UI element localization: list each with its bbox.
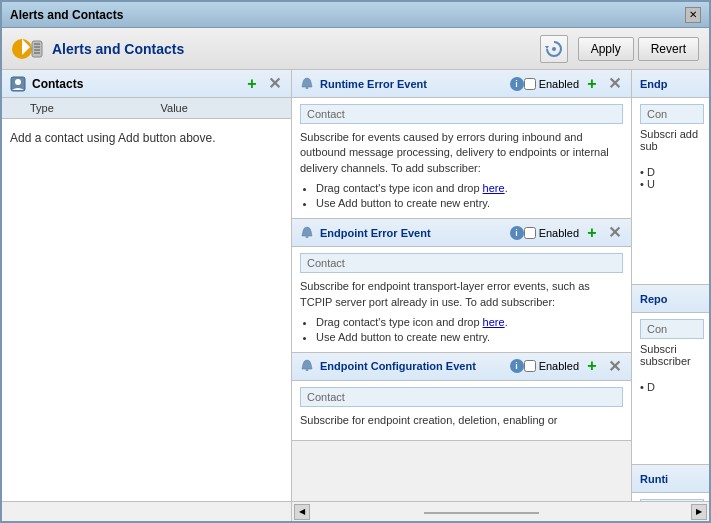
endpoint-config-checkbox[interactable] [524,360,536,372]
contacts-header: Contacts + ✕ [2,70,291,98]
endpoint-error-remove-button[interactable]: ✕ [605,224,623,242]
endpoint-error-info-icon[interactable]: i [510,226,524,240]
endp-partial-card: Endp Con Subscri add sub • D • U [632,70,709,285]
runtime-error-title: Runtime Error Event [320,78,506,90]
endpoint-config-enabled[interactable]: Enabled [524,360,579,372]
revert-button[interactable]: Revert [638,37,699,61]
toolbar-icon [12,33,44,65]
contacts-scrollbar-area [2,502,292,521]
runtime-error-here-link[interactable]: here [483,182,505,194]
col-value: Value [157,100,288,116]
endpoint-config-controls: Enabled + ✕ [524,357,623,375]
endpoint-error-instructions: Drag contact's type icon and drop here. … [300,316,623,343]
scroll-right-button[interactable]: ▶ [691,504,707,520]
endp-partial-desc: Subscri add sub [640,128,704,152]
endpoint-bell-icon [300,226,314,240]
svg-rect-2 [32,41,42,57]
events-column-partial: Endp Con Subscri add sub • D • U Repo [632,70,709,501]
endpoint-config-contact: Contact [300,387,623,407]
runti-partial-body: Con Subscri [632,493,709,501]
scroll-left-button[interactable]: ◀ [294,504,310,520]
close-button[interactable]: ✕ [685,7,701,23]
endpoint-error-event-card: Endpoint Error Event i Enabled + ✕ [292,219,631,353]
toolbar: Alerts and Contacts Apply Revert [2,28,709,70]
contacts-panel: Contacts + ✕ Type Value Add a contact us… [2,70,292,501]
endpoint-error-instruction-1: Drag contact's type icon and drop here. [316,316,623,328]
svg-point-10 [15,79,21,85]
scroll-thumb[interactable] [424,512,538,514]
bell-icon [300,77,314,91]
repo-partial-contact: Con [640,319,704,339]
runtime-error-instruction-2: Use Add button to create new entry. [316,197,623,209]
runti-partial-header: Runti [632,465,709,493]
endp-partial-contact: Con [640,104,704,124]
runtime-error-body: Contact Subscribe for events caused by e… [292,98,631,218]
runtime-error-enabled-label: Enabled [539,78,579,90]
svg-marker-7 [545,46,549,49]
col-type: Type [26,100,157,116]
runtime-error-event-card: Runtime Error Event i Enabled + ✕ [292,70,631,219]
remove-contact-button[interactable]: ✕ [265,75,283,93]
add-contact-button[interactable]: + [243,75,261,93]
svg-rect-13 [306,369,309,371]
endpoint-error-checkbox[interactable] [524,227,536,239]
runtime-error-controls: Enabled + ✕ [524,75,623,93]
runtime-error-remove-button[interactable]: ✕ [605,75,623,93]
endpoint-error-title: Endpoint Error Event [320,227,506,239]
endp-partial-title: Endp [640,78,668,90]
runtime-error-instruction-1: Drag contact's type icon and drop here. [316,182,623,194]
bottom-bar: ◀ ▶ [2,501,709,521]
runtime-error-enabled[interactable]: Enabled [524,78,579,90]
runti-partial-title: Runti [640,473,668,485]
refresh-button[interactable] [540,35,568,63]
repo-partial-header: Repo [632,285,709,313]
endpoint-config-enabled-label: Enabled [539,360,579,372]
runtime-error-instructions: Drag contact's type icon and drop here. … [300,182,623,209]
repo-partial-title: Repo [640,293,668,305]
endpoint-error-enabled[interactable]: Enabled [524,227,579,239]
main-window: Alerts and Contacts ✕ Alerts and Contact… [0,0,711,523]
col-check [6,100,26,116]
endpoint-error-header: Endpoint Error Event i Enabled + ✕ [292,219,631,247]
endpoint-error-here-link[interactable]: here [483,316,505,328]
window-title: Alerts and Contacts [10,8,123,22]
endpoint-config-add-button[interactable]: + [583,357,601,375]
endpoint-error-instruction-2: Use Add button to create new entry. [316,331,623,343]
runtime-error-contact: Contact [300,104,623,124]
runtime-error-description: Subscribe for events caused by errors du… [300,130,623,176]
endpoint-config-description: Subscribe for endpoint creation, deletio… [300,413,623,428]
runtime-error-header: Runtime Error Event i Enabled + ✕ [292,70,631,98]
runtime-error-add-button[interactable]: + [583,75,601,93]
endpoint-config-remove-button[interactable]: ✕ [605,357,623,375]
endpoint-error-description: Subscribe for endpoint transport-layer e… [300,279,623,310]
endpoint-error-controls: Enabled + ✕ [524,224,623,242]
main-content: Contacts + ✕ Type Value Add a contact us… [2,70,709,501]
svg-point-8 [552,47,556,51]
runtime-error-checkbox[interactable] [524,78,536,90]
toolbar-title: Alerts and Contacts [52,41,540,57]
svg-rect-12 [306,236,309,238]
runtime-error-info-icon[interactable]: i [510,77,524,91]
events-scrollbar-area: ◀ ▶ [292,502,709,522]
endpoint-error-body: Contact Subscribe for endpoint transport… [292,247,631,352]
apply-button[interactable]: Apply [578,37,634,61]
endp-partial-body: Con Subscri add sub • D • U [632,98,709,196]
endpoint-config-info-icon[interactable]: i [510,359,524,373]
repo-partial-body: Con Subscri subscriber • D [632,313,709,399]
runti-partial-card: Runti Con Subscri [632,465,709,501]
endp-partial-header: Endp [632,70,709,98]
contacts-table-header: Type Value [2,98,291,119]
contacts-empty-message: Add a contact using Add button above. [2,119,291,157]
endpoint-config-header: Endpoint Configuration Event i Enabled +… [292,353,631,381]
endpoint-error-contact: Contact [300,253,623,273]
repo-partial-desc: Subscri subscriber [640,343,704,367]
endpoint-error-add-button[interactable]: + [583,224,601,242]
endpoint-config-body: Contact Subscribe for endpoint creation,… [292,381,631,440]
contacts-actions: + ✕ [243,75,283,93]
contacts-title: Contacts [32,77,243,91]
repo-partial-card: Repo Con Subscri subscriber • D [632,285,709,465]
title-bar: Alerts and Contacts ✕ [2,2,709,28]
contacts-icon [10,76,26,92]
endpoint-error-enabled-label: Enabled [539,227,579,239]
events-panel[interactable]: Runtime Error Event i Enabled + ✕ [292,70,709,501]
